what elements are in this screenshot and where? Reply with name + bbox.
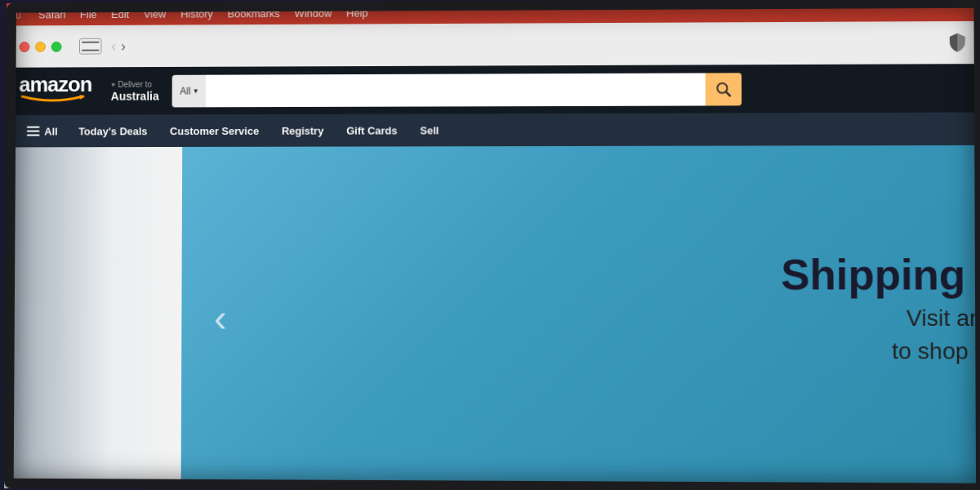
menu-help[interactable]: Help	[346, 7, 368, 19]
maximize-button[interactable]	[51, 41, 62, 51]
search-bar: All	[172, 73, 742, 107]
sidebar-blur-overlay	[4, 147, 182, 489]
nav-gift-cards[interactable]: Gift Cards	[336, 114, 407, 147]
hamburger-line	[27, 127, 40, 128]
menu-bookmarks[interactable]: Bookmarks	[228, 7, 280, 20]
nav-sell[interactable]: Sell	[410, 114, 448, 146]
sidebar-toggle-line	[82, 50, 100, 51]
amazon-browser: amazon ⌖ Deliver to	[4, 64, 980, 490]
forward-button[interactable]: ›	[121, 39, 126, 54]
sidebar-toggle-line	[82, 42, 100, 43]
shipping-sub: Visit ama	[781, 305, 980, 332]
deliver-country: Australia	[111, 89, 159, 102]
minimize-button[interactable]	[35, 41, 46, 51]
traffic-lights	[20, 41, 62, 51]
amazon-nav: All Today's Deals Customer Service Regis…	[6, 113, 980, 148]
apple-logo-icon: 	[16, 7, 21, 22]
search-input[interactable]	[206, 73, 705, 107]
amazon-content: ‹ Shipping a Visit ama to shop for	[4, 145, 980, 490]
location-pin-icon: ⌖	[111, 80, 116, 89]
search-button[interactable]	[705, 73, 741, 105]
hamburger-line	[27, 131, 40, 132]
menu-safari[interactable]: Safari	[38, 8, 65, 20]
nav-all-button[interactable]: All	[19, 115, 66, 148]
amazon-logo[interactable]: amazon	[19, 74, 91, 109]
content-main: ‹ Shipping a Visit ama to shop for	[181, 145, 980, 490]
amazon-header: amazon ⌖ Deliver to	[6, 64, 980, 115]
browser-nav-buttons: ‹ ›	[111, 39, 126, 54]
close-button[interactable]	[20, 42, 30, 52]
menu-edit[interactable]: Edit	[111, 8, 129, 20]
back-button[interactable]: ‹	[111, 39, 116, 54]
menu-file[interactable]: File	[80, 8, 97, 20]
hamburger-line	[27, 135, 40, 136]
menu-history[interactable]: History	[180, 7, 213, 20]
browser-titlebar: ‹ ›	[7, 21, 980, 68]
nav-todays-deals[interactable]: Today's Deals	[69, 114, 157, 147]
svg-line-2	[726, 91, 730, 96]
hamburger-icon	[27, 127, 40, 136]
shipping-title: Shipping a	[781, 251, 980, 298]
shipping-sub2: to shop for	[782, 337, 980, 364]
browser-chrome: ‹ ›	[7, 21, 980, 68]
nav-registry[interactable]: Registry	[272, 114, 333, 147]
deliver-to[interactable]: ⌖ Deliver to Australia	[111, 79, 159, 102]
shipping-text-block: Shipping a Visit ama to shop for	[781, 251, 980, 364]
nav-all-label: All	[44, 125, 57, 137]
menu-view[interactable]: View	[144, 7, 167, 20]
sidebar-toggle-button[interactable]	[79, 38, 102, 55]
carousel-prev-button[interactable]: ‹	[214, 298, 227, 337]
search-category-select[interactable]: All	[172, 74, 206, 107]
shield-icon[interactable]	[944, 29, 971, 56]
nav-customer-service[interactable]: Customer Service	[160, 114, 269, 147]
blue-content-area: ‹ Shipping a Visit ama to shop for	[181, 145, 980, 490]
menu-window[interactable]: Window	[295, 7, 332, 19]
content-sidebar	[4, 147, 182, 489]
deliver-label: ⌖ Deliver to	[111, 79, 159, 89]
amazon-smile-arrow	[20, 91, 84, 109]
